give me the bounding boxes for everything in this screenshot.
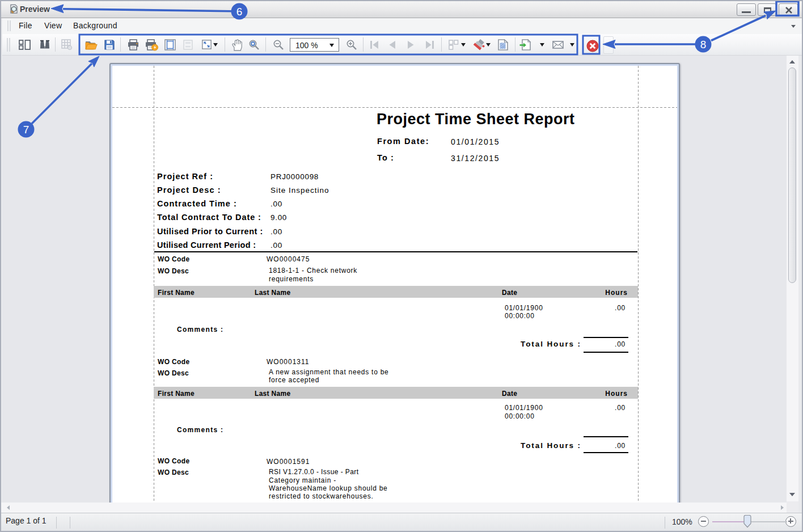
svg-text:7: 7 xyxy=(23,124,29,136)
svg-text:6: 6 xyxy=(236,6,243,18)
svg-text:8: 8 xyxy=(700,39,707,50)
